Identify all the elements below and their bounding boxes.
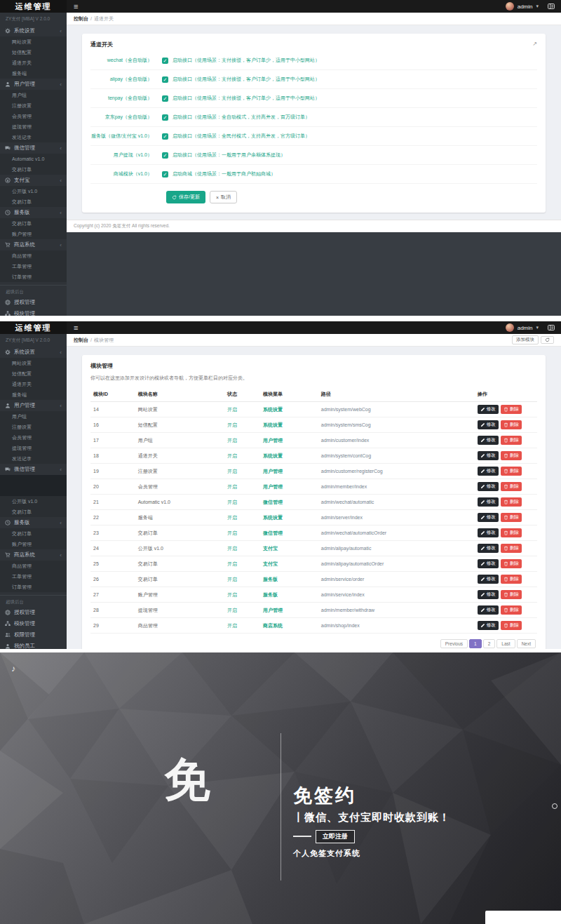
delete-button[interactable]: 删除 [501,436,522,445]
sidebar-subitem-withdraw-management[interactable]: 提现管理 [0,443,67,453]
sidebar-subitem-alipay-orders[interactable]: 交易订单 [0,196,67,207]
edit-button[interactable]: 修改 [478,544,499,553]
delete-button[interactable]: 删除 [501,420,522,429]
menu-link[interactable]: 用户管理 [263,469,283,474]
delete-button[interactable]: 删除 [501,405,522,414]
sidebar-subitem-service-orders[interactable]: 交易订单 [0,218,67,229]
sidebar-subitem-sms-config[interactable]: 短信配置 [0,368,67,379]
breadcrumb-root[interactable]: 控制台 [74,15,88,22]
sidebar-subitem-user-group[interactable]: 用户组 [0,411,67,422]
sidebar-item-service-version[interactable]: 服务版‹ [0,207,67,218]
sidebar-subitem-user-group[interactable]: 用户组 [0,90,67,100]
edit-button[interactable]: 修改 [478,482,499,491]
delete-button[interactable]: 删除 [501,451,522,460]
sidebar-item-module-management[interactable]: 模块管理 [0,618,67,629]
edit-button[interactable]: 修改 [478,621,499,630]
sidebar-subitem-register-settings[interactable]: 注册设置 [0,100,67,111]
save-button[interactable]: 保存/更新 [166,191,205,203]
user-avatar[interactable] [506,2,514,11]
sidebar-subitem-sms-config[interactable]: 短信配置 [0,47,67,58]
page-button-previous[interactable]: Previous [440,639,468,648]
sidebar-item-shop-system[interactable]: 商店系统‹ [0,239,67,250]
menu-link[interactable]: 用户管理 [263,608,283,612]
sidebar-subitem-ticket-management[interactable]: 工单管理 [0,261,67,272]
sidebar-subitem-channel-switch[interactable]: 通道开关 [0,58,67,68]
sidebar-item-auth-management[interactable]: 授权管理 [0,607,67,618]
sidebar-item-permission-management[interactable]: 权限管理 [0,629,67,641]
sidebar-item-staff[interactable]: 我的员工 [0,641,67,649]
checkbox-checked-icon[interactable]: ✓ [162,95,168,102]
checkbox-checked-icon[interactable]: ✓ [162,58,168,64]
edit-button[interactable]: 修改 [478,590,499,599]
sidebar-subitem-service-orders[interactable]: 交易订单 [0,528,67,539]
sidebar-subitem-goods-management[interactable]: 商品管理 [0,561,67,571]
sidebar-item-service-version[interactable]: 服务版‹ [0,517,67,528]
sidebar-item-wechat-management[interactable]: 微信管理‹ [0,464,67,475]
delete-button[interactable]: 删除 [501,605,522,615]
sidebar-subitem-send-records[interactable]: 发送记录 [0,453,67,464]
sidebar-subitem-public-version[interactable]: 公开版 v1.0 [0,496,67,507]
sidebar-subitem-send-records[interactable]: 发送记录 [0,132,67,142]
control-sidebar-icon[interactable] [548,324,555,331]
menu-link[interactable]: 系统设置 [263,515,283,520]
sidebar-subitem-channel-switch[interactable]: 通道开关 [0,379,67,389]
page-button-last[interactable]: Last [496,639,515,648]
sidebar-toggle-icon[interactable]: ≡ [67,0,85,13]
delete-button[interactable]: 删除 [501,590,522,599]
menu-link[interactable]: 系统设置 [263,422,283,427]
edit-button[interactable]: 修改 [478,451,499,460]
delete-button[interactable]: 删除 [501,559,522,568]
delete-button[interactable]: 删除 [501,482,522,491]
delete-button[interactable]: 删除 [501,513,522,522]
sidebar-item-user-management[interactable]: 用户管理‹ [0,400,67,411]
music-note-icon[interactable]: ♪ [11,664,15,674]
delete-button[interactable]: 删除 [501,575,522,584]
edit-button[interactable]: 修改 [478,559,499,568]
edit-button[interactable]: 修改 [478,436,499,445]
sidebar-item-alipay[interactable]: 支付宝‹ [0,175,67,186]
menu-link[interactable]: 商店系统 [263,623,283,628]
sidebar-subitem-alipay-orders[interactable]: 交易订单 [0,507,67,517]
control-sidebar-icon[interactable] [548,3,555,10]
sidebar-subitem-account-management[interactable]: 账户管理 [0,539,67,549]
menu-link[interactable]: 微信管理 [263,530,283,535]
sidebar-item-user-management[interactable]: 用户管理‹ [0,79,67,90]
menu-link[interactable]: 用户管理 [263,438,283,443]
sidebar-item-shop-system[interactable]: 商店系统‹ [0,549,67,561]
edit-button[interactable]: 修改 [478,513,499,522]
menu-link[interactable]: 系统设置 [263,407,283,412]
add-module-button[interactable]: 添加模块 [512,335,539,344]
page-button-1[interactable]: 1 [469,639,482,648]
sidebar-subitem-order-management[interactable]: 订单管理 [0,272,67,282]
sidebar-item-auth-management[interactable]: 授权管理 [0,297,67,308]
sidebar-subitem-account-management[interactable]: 账户管理 [0,229,67,239]
edit-button[interactable]: 修改 [478,405,499,414]
edit-button[interactable]: 修改 [478,467,499,476]
menu-link[interactable]: 服务版 [263,577,278,582]
cancel-button[interactable]: ×取消 [210,191,237,203]
delete-button[interactable]: 删除 [501,621,522,630]
delete-button[interactable]: 删除 [501,528,522,537]
sidebar-subitem-member-management[interactable]: 会员管理 [0,432,67,443]
sidebar-subitem-withdraw-management[interactable]: 提现管理 [0,121,67,132]
sidebar-subitem-site-settings[interactable]: 网站设置 [0,358,67,368]
edit-button[interactable]: 修改 [478,605,499,615]
sidebar-subitem-order-management[interactable]: 订单管理 [0,582,67,592]
checkbox-checked-icon[interactable]: ✓ [162,171,168,178]
page-button-next[interactable]: Next [517,639,536,648]
menu-link[interactable]: 服务版 [263,592,278,597]
menu-link[interactable]: 用户管理 [263,484,283,489]
chat-widget-sliver[interactable] [485,911,561,924]
breadcrumb-root[interactable]: 控制台 [74,337,88,344]
delete-button[interactable]: 删除 [501,467,522,476]
sidebar-subitem-site-settings[interactable]: 网站设置 [0,36,67,47]
sidebar-subitem-server[interactable]: 服务端 [0,389,67,400]
user-name[interactable]: admin [518,325,533,331]
expand-icon[interactable]: ↗ [532,41,537,47]
menu-link[interactable]: 支付宝 [263,546,278,551]
checkbox-checked-icon[interactable]: ✓ [162,76,168,83]
sidebar-item-system-settings[interactable]: 系统设置‹ [0,25,67,36]
sidebar-subitem-wechat-orders[interactable]: 交易订单 [0,164,67,175]
sidebar-subitem-public-version[interactable]: 公开版 v1.0 [0,186,67,196]
edit-button[interactable]: 修改 [478,528,499,537]
